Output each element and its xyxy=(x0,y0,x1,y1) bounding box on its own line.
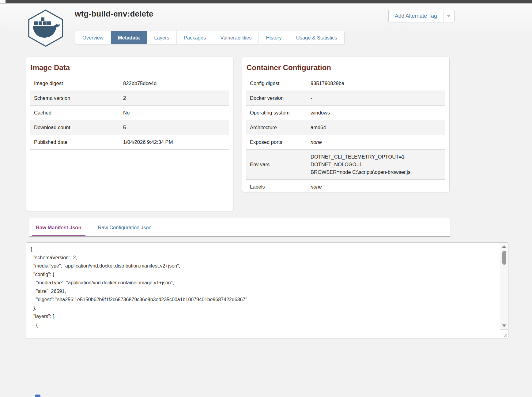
row-value: amd64 xyxy=(307,120,445,135)
resize-grip-icon xyxy=(503,333,507,338)
row-label: Labels xyxy=(246,180,307,194)
row-value: - xyxy=(307,91,445,106)
image-tabs: Overview Metadata Layers Packages Vulner… xyxy=(75,31,345,44)
tab-underline-track xyxy=(29,236,450,237)
row-label: Architecture xyxy=(246,120,307,135)
image-data-table: Image digest 822bb75dce4d Schema version… xyxy=(30,76,229,150)
row-value: none xyxy=(307,135,445,150)
tab-raw-manifest-json[interactable]: Raw Manifest Json xyxy=(32,218,85,237)
row-label: Schema version xyxy=(30,91,119,106)
row-value: DOTNET_CLI_TELEMETRY_OPTOUT=1 DOTNET_NOL… xyxy=(307,150,445,180)
scroll-down-button[interactable] xyxy=(500,322,508,329)
table-row: Docker version - xyxy=(246,91,445,106)
tab-layers[interactable]: Layers xyxy=(147,31,176,44)
row-label: Docker version xyxy=(246,91,307,106)
tab-vulnerabilities[interactable]: Vulnerabilities xyxy=(213,31,258,44)
raw-json-tabs: Raw Manifest Json Raw Configuration Json xyxy=(29,218,450,237)
scrollbar-thumb[interactable] xyxy=(502,251,506,265)
scrollbar-track[interactable] xyxy=(500,265,508,322)
add-alternate-tag-dropdown[interactable] xyxy=(443,10,454,22)
table-row: Config digest 9351790829ba xyxy=(246,76,445,91)
tab-overview[interactable]: Overview xyxy=(75,31,111,44)
row-label: Exposed ports xyxy=(246,135,307,150)
top-edge-band xyxy=(0,0,532,4)
tab-metadata[interactable]: Metadata xyxy=(111,31,147,44)
page: wtg-build-env:delete Add Alternate Tag O… xyxy=(0,0,532,397)
container-configuration-table: Config digest 9351790829ba Docker versio… xyxy=(246,76,445,194)
image-data-title: Image Data xyxy=(31,63,229,72)
table-row: Schema version 2 xyxy=(30,91,229,106)
docker-image-logo xyxy=(26,9,65,48)
table-row: Published date 1/04/2026 9:42:34 PM xyxy=(30,135,229,150)
row-label: Env vars xyxy=(246,150,307,180)
row-value: windows xyxy=(307,106,445,120)
raw-manifest-json-viewer[interactable]: { "schemaVersion": 2, "mediaType": "appl… xyxy=(26,242,508,339)
chevron-down-icon xyxy=(447,15,451,17)
row-value: 2 xyxy=(119,91,229,106)
container-configuration-panel: Container Configuration Config digest 93… xyxy=(242,57,450,192)
row-label: Cached xyxy=(30,106,119,120)
env-var-line: DOTNET_CLI_TELEMETRY_OPTOUT=1 xyxy=(311,153,442,161)
arrow-down-icon xyxy=(502,324,506,327)
image-data-panel: Image Data Image digest 822bb75dce4d Sch… xyxy=(26,57,233,211)
table-row: Architecture amd64 xyxy=(246,120,445,135)
vertical-scrollbar[interactable] xyxy=(500,243,508,339)
row-value: none xyxy=(307,180,445,194)
tab-history[interactable]: History xyxy=(258,31,289,44)
docker-whale-hexagon-icon xyxy=(26,9,65,48)
row-value: 5 xyxy=(119,120,229,135)
resize-corner[interactable] xyxy=(500,329,508,339)
arrow-up-icon xyxy=(502,245,506,248)
row-label: Operating system xyxy=(246,106,307,120)
table-row: Cached No xyxy=(30,106,229,120)
row-label: Download count xyxy=(30,120,119,135)
add-alternate-tag-label[interactable]: Add Alternate Tag xyxy=(389,10,443,22)
raw-json-tabcard: Raw Manifest Json Raw Configuration Json xyxy=(29,218,450,237)
row-value: No xyxy=(119,106,229,120)
env-var-line: BROWSER=node C:\scripts\open-browser.js xyxy=(311,168,442,176)
table-row: Operating system windows xyxy=(246,106,445,120)
row-value: 822bb75dce4d xyxy=(119,76,229,91)
tab-usage-statistics[interactable]: Usage & Statistics xyxy=(289,31,344,44)
table-row: Env vars DOTNET_CLI_TELEMETRY_OPTOUT=1 D… xyxy=(246,150,445,180)
table-row: Labels none xyxy=(246,180,445,194)
row-label: Config digest xyxy=(246,76,307,91)
table-row: Download count 5 xyxy=(30,120,229,135)
table-row: Exposed ports none xyxy=(246,135,445,150)
row-value: 1/04/2026 9:42:34 PM xyxy=(119,135,229,150)
row-label: Published date xyxy=(30,135,119,150)
row-value: 9351790829ba xyxy=(307,76,445,91)
row-label: Image digest xyxy=(30,76,119,91)
cutoff-blue-element[interactable] xyxy=(35,395,40,397)
manifest-json-text[interactable]: { "schemaVersion": 2, "mediaType": "appl… xyxy=(26,243,500,339)
scroll-up-button[interactable] xyxy=(500,243,508,250)
tab-packages[interactable]: Packages xyxy=(176,31,213,44)
add-alternate-tag-button[interactable]: Add Alternate Tag xyxy=(388,10,455,22)
page-title: wtg-build-env:delete xyxy=(75,9,153,19)
top-navbar-edge xyxy=(6,0,532,3)
table-row: Image digest 822bb75dce4d xyxy=(30,76,229,91)
env-var-line: DOTNET_NOLOGO=1 xyxy=(311,161,442,168)
tab-raw-configuration-json[interactable]: Raw Configuration Json xyxy=(94,218,156,237)
container-configuration-title: Container Configuration xyxy=(247,63,445,72)
